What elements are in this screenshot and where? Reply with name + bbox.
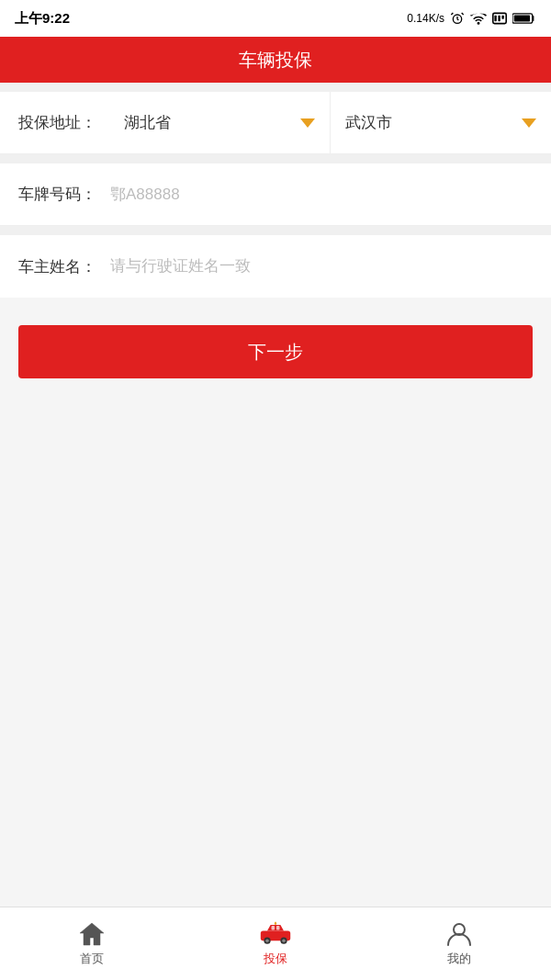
nav-item-insure[interactable]: 投保: [184, 907, 367, 980]
address-label: 投保地址：: [0, 92, 115, 153]
next-button[interactable]: 下一步: [18, 325, 533, 378]
nav-label-mine: 我的: [447, 951, 471, 967]
owner-row: 车主姓名：: [0, 235, 551, 298]
svg-rect-6: [514, 16, 530, 22]
nav-label-insure: 投保: [264, 951, 287, 967]
nav-item-home[interactable]: 首页: [0, 907, 184, 980]
network-speed: 0.14K/s: [407, 12, 444, 25]
province-value: 湖北省: [124, 112, 171, 133]
nav-item-mine[interactable]: 我的: [367, 907, 551, 980]
status-time: 上午9:22: [15, 10, 70, 28]
top-divider: [0, 83, 551, 92]
owner-input[interactable]: [110, 257, 533, 276]
svg-rect-3: [498, 16, 500, 21]
svg-rect-4: [501, 16, 503, 19]
content-area: 投保地址： 湖北省 武汉市 车牌号码： 车主姓名： 下一步: [0, 83, 551, 907]
next-button-wrap: 下一步: [0, 298, 551, 406]
svg-point-13: [282, 939, 286, 942]
nav-label-home: 首页: [80, 951, 104, 967]
province-selector[interactable]: 湖北省: [115, 92, 331, 153]
insure-icon: [259, 921, 292, 947]
address-row: 投保地址： 湖北省 武汉市: [0, 92, 551, 154]
svg-rect-2: [494, 16, 496, 21]
plate-input[interactable]: [110, 186, 533, 204]
battery-icon: [512, 12, 536, 25]
city-value: 武汉市: [345, 112, 392, 133]
city-selector[interactable]: 武汉市: [331, 92, 551, 153]
alarm-icon: [450, 11, 465, 26]
province-dropdown-arrow: [300, 118, 315, 128]
status-icons: 0.14K/s: [407, 11, 536, 26]
svg-rect-9: [276, 926, 280, 930]
bottom-nav: 首页 投保 我的: [0, 907, 551, 980]
svg-point-11: [265, 939, 269, 942]
page-title: 车辆投保: [239, 48, 312, 73]
home-icon: [78, 921, 106, 947]
plate-label: 车牌号码：: [18, 184, 110, 205]
plate-row: 车牌号码：: [0, 163, 551, 226]
wifi-icon: [470, 12, 487, 25]
sim-icon: [492, 12, 507, 25]
user-icon: [446, 921, 472, 947]
divider-1: [0, 154, 551, 163]
form-card: 投保地址： 湖北省 武汉市 车牌号码： 车主姓名：: [0, 92, 551, 298]
title-bar: 车辆投保: [0, 37, 551, 83]
divider-2: [0, 226, 551, 235]
owner-label: 车主姓名：: [18, 256, 110, 277]
status-bar: 上午9:22 0.14K/s: [0, 0, 551, 37]
city-dropdown-arrow: [522, 118, 536, 128]
svg-rect-8: [272, 926, 276, 930]
